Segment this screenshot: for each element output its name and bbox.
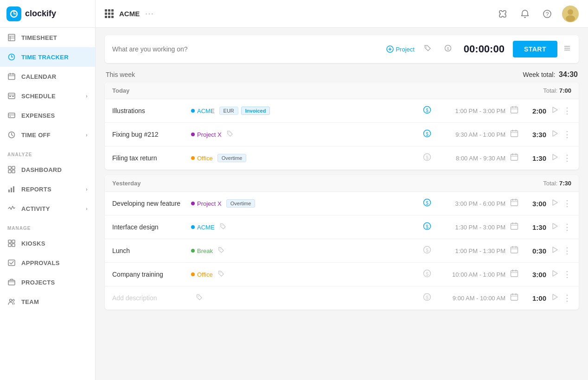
billable-button[interactable]: $ <box>441 43 455 56</box>
logo-icon <box>6 6 21 21</box>
today-group: Today Total: 7:00 Illustrations ACME EUR… <box>105 82 579 170</box>
bell-icon[interactable] <box>518 6 532 21</box>
project-dot <box>191 225 195 229</box>
tag-icon[interactable] <box>217 247 225 255</box>
entry-time-range: 3:00 PM - 6:00 PM <box>436 200 505 207</box>
calendar-icon[interactable] <box>510 153 518 163</box>
avatar[interactable] <box>562 6 579 22</box>
more-options-button[interactable]: ⋮ <box>563 246 571 256</box>
sidebar-item-reports[interactable]: REPORTS › <box>0 179 95 199</box>
sidebar-item-time-off[interactable]: TIME OFF › <box>0 125 95 145</box>
billable-icon[interactable]: $ <box>423 246 431 256</box>
puzzle-icon[interactable] <box>495 6 510 21</box>
tag-icon[interactable] <box>219 223 227 232</box>
invoiced-badge: Invoiced <box>241 107 270 115</box>
list-view-icon[interactable] <box>563 44 571 54</box>
more-options-button[interactable]: ⋮ <box>563 106 571 116</box>
play-button[interactable] <box>551 153 558 163</box>
play-button[interactable] <box>551 246 558 255</box>
entry-time-range: 10:00 AM - 1:00 PM <box>436 271 505 278</box>
play-button[interactable] <box>551 293 558 303</box>
sidebar-item-activity[interactable]: ACTIVITY › <box>0 199 95 218</box>
workspace-title: ACME <box>119 10 140 18</box>
more-options-button[interactable]: ⋮ <box>563 198 571 209</box>
entry-time-range: 1:00 PM - 3:00 PM <box>436 108 505 114</box>
entry-tags: EUR Invoiced <box>219 107 418 115</box>
sidebar-item-team[interactable]: TEAM <box>0 292 95 311</box>
today-total: Total: 7:00 <box>543 87 571 94</box>
svg-rect-36 <box>8 280 15 285</box>
calendar-icon[interactable] <box>510 269 518 279</box>
calendar-icon[interactable] <box>510 246 518 256</box>
sidebar-item-kiosks[interactable]: KIOSKS <box>0 234 95 253</box>
apps-grid-icon[interactable] <box>105 9 114 18</box>
play-button[interactable] <box>551 130 558 139</box>
svg-rect-31 <box>8 240 11 243</box>
tag-icon[interactable] <box>217 270 225 279</box>
more-options-button[interactable]: ⋮ <box>563 269 571 279</box>
sidebar-item-label: APPROVALS <box>21 260 60 266</box>
projects-icon <box>7 278 16 286</box>
entry-project: ACME <box>191 108 215 114</box>
calendar-icon[interactable] <box>510 222 518 232</box>
more-options-button[interactable]: ⋮ <box>563 153 571 163</box>
description-input[interactable] <box>112 45 381 53</box>
calendar-icon[interactable] <box>510 106 518 116</box>
sidebar-item-dashboard[interactable]: DASHBOARD <box>0 160 95 179</box>
tag-icon[interactable] <box>196 294 203 303</box>
calendar-icon[interactable] <box>510 198 518 209</box>
sidebar-item-projects[interactable]: PROJECTS <box>0 272 95 292</box>
overtime-badge: Overtime <box>217 154 247 162</box>
sidebar: clockify TIMESHEET TIME TRACKER CALENDAR… <box>0 0 96 380</box>
more-options-button[interactable]: ⋮ <box>563 222 571 232</box>
project-button[interactable]: Project <box>386 45 414 53</box>
reports-icon <box>7 185 16 193</box>
calendar-icon[interactable] <box>510 129 518 139</box>
svg-rect-26 <box>8 170 11 173</box>
currency-badge: EUR <box>219 107 238 115</box>
svg-rect-109 <box>511 294 518 300</box>
entry-time-range: 9:00 AM - 10:00 AM <box>436 295 505 302</box>
billable-icon[interactable]: $ <box>423 106 431 116</box>
svg-line-23 <box>12 135 13 136</box>
tag-button[interactable] <box>420 43 435 56</box>
more-options-button[interactable]: ⋮ <box>563 293 571 303</box>
svg-marker-113 <box>553 294 557 300</box>
billable-icon[interactable]: $ <box>423 153 431 163</box>
sidebar-item-calendar[interactable]: CALENDAR <box>0 67 95 86</box>
billable-icon[interactable]: $ <box>423 293 431 303</box>
table-row: Interface design ACME $ 1:30 PM - 3:00 P… <box>105 215 579 239</box>
sidebar-item-time-tracker[interactable]: TIME TRACKER <box>0 47 95 67</box>
billable-icon[interactable]: $ <box>423 222 431 232</box>
billable-icon[interactable]: $ <box>423 198 431 209</box>
tag-icon[interactable] <box>226 130 234 139</box>
sidebar-item-label: SCHEDULE <box>21 93 56 100</box>
svg-text:$: $ <box>426 248 428 253</box>
entry-tags: Overtime <box>226 199 418 208</box>
svg-point-90 <box>219 248 220 249</box>
play-button[interactable] <box>551 270 558 279</box>
sidebar-item-approvals[interactable]: APPROVALS <box>0 253 95 272</box>
billable-icon[interactable]: $ <box>423 129 431 139</box>
yesterday-header: Yesterday Total: 7:30 <box>105 175 579 192</box>
table-row: Filing tax return Office Overtime $ 8:00… <box>105 146 579 170</box>
svg-text:$: $ <box>426 132 428 137</box>
sidebar-item-label: KIOSKS <box>21 240 45 247</box>
svg-rect-27 <box>12 170 15 173</box>
sidebar-item-expenses[interactable]: EXPENSES <box>0 106 95 125</box>
start-button[interactable]: START <box>513 41 557 57</box>
dashboard-icon <box>7 165 16 174</box>
help-icon[interactable]: ? <box>540 6 555 21</box>
sidebar-item-schedule[interactable]: SCHEDULE › <box>0 86 95 106</box>
play-button[interactable] <box>551 222 558 232</box>
play-button[interactable] <box>551 106 558 115</box>
billable-icon[interactable]: $ <box>423 269 431 279</box>
workspace-more-button[interactable]: ··· <box>145 10 154 18</box>
more-options-button[interactable]: ⋮ <box>563 129 571 139</box>
svg-point-43 <box>566 15 575 22</box>
sidebar-item-timesheet[interactable]: TIMESHEET <box>0 28 95 47</box>
calendar-icon[interactable] <box>510 293 518 303</box>
svg-rect-32 <box>12 240 15 243</box>
entry-duration: 3:30 <box>523 131 546 139</box>
play-button[interactable] <box>551 199 558 208</box>
